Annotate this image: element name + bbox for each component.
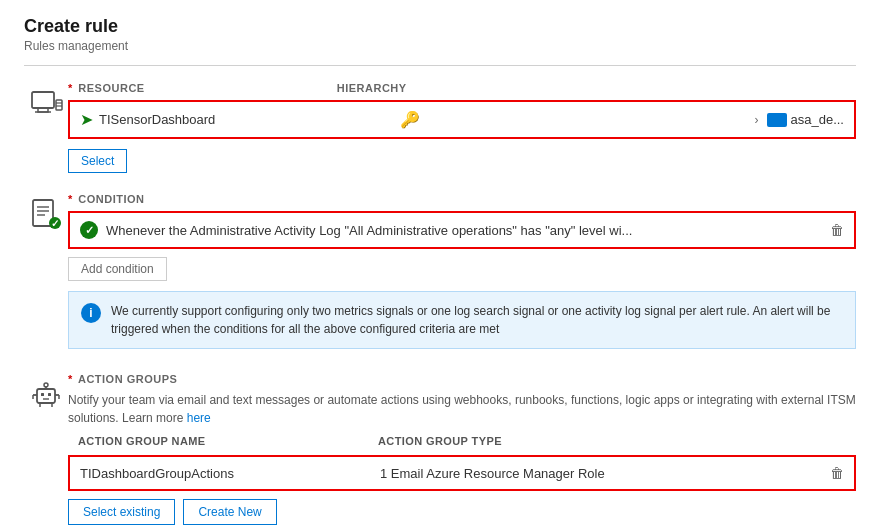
select-existing-button[interactable]: Select existing [68, 499, 175, 525]
action-groups-icon-svg [28, 377, 64, 413]
condition-icon: ✓ [24, 197, 68, 231]
col-name-header: ACTION GROUP NAME [78, 435, 378, 447]
condition-row: Whenever the Administrative Activity Log… [68, 211, 856, 249]
learn-more-link[interactable]: here [187, 411, 211, 425]
key-icon: 🔑 [400, 110, 420, 129]
svg-rect-12 [37, 389, 55, 403]
resource-section: * RESOURCE HIERARCHY ➤ TISensorDashboard [24, 82, 856, 173]
resource-content: * RESOURCE HIERARCHY ➤ TISensorDashboard [68, 82, 856, 173]
required-star: * [68, 82, 73, 94]
create-new-button[interactable]: Create New [183, 499, 276, 525]
svg-rect-13 [41, 393, 44, 396]
page-title: Create rule [24, 16, 856, 37]
select-button[interactable]: Select [68, 149, 127, 173]
condition-label: * CONDITION [68, 193, 856, 205]
action-group-name: TIDashboardGroupActions [80, 466, 380, 481]
button-row: Select existing Create New [68, 499, 856, 525]
divider [24, 65, 856, 66]
resource-icon [24, 86, 68, 122]
action-groups-desc: Notify your team via email and text mess… [68, 391, 856, 427]
resource-green-icon: ➤ [80, 110, 93, 129]
trash-icon-action[interactable]: 🗑 [830, 465, 844, 481]
resource-hierarchy: 🔑 › asa_de... [400, 110, 844, 129]
action-groups-label: * ACTION GROUPS [68, 373, 856, 385]
svg-rect-3 [56, 100, 62, 110]
page-subtitle: Rules management [24, 39, 856, 53]
condition-content: * CONDITION Whenever the Administrative … [68, 193, 856, 353]
resource-row: ➤ TISensorDashboard 🔑 › asa_de... [68, 100, 856, 139]
action-groups-section: * ACTION GROUPS Notify your team via ema… [24, 373, 856, 525]
page-container: Create rule Rules management * RESOURCE [0, 0, 880, 528]
green-check-icon [80, 221, 98, 239]
col-type-header: ACTION GROUP TYPE [378, 435, 846, 447]
resource-label: * RESOURCE HIERARCHY [68, 82, 856, 94]
table-headers: ACTION GROUP NAME ACTION GROUP TYPE [68, 431, 856, 451]
condition-section: ✓ * CONDITION Whenever the Administrativ… [24, 193, 856, 353]
svg-text:✓: ✓ [51, 218, 59, 229]
condition-text: Whenever the Administrative Activity Log… [80, 221, 822, 239]
svg-point-17 [44, 383, 48, 387]
action-group-type: 1 Email Azure Resource Manager Role [380, 466, 822, 481]
info-icon: i [81, 303, 101, 323]
info-box: i We currently support configuring only … [68, 291, 856, 349]
chevron-icon: › [755, 113, 759, 127]
resource-name: ➤ TISensorDashboard [80, 110, 400, 129]
resource-icon-svg [28, 86, 64, 122]
svg-rect-0 [32, 92, 54, 108]
condition-icon-svg: ✓ [29, 197, 63, 231]
action-group-row: TIDashboardGroupActions 1 Email Azure Re… [68, 455, 856, 491]
asa-icon [767, 113, 787, 127]
required-star-cond: * [68, 193, 73, 205]
action-groups-icon [24, 377, 68, 413]
required-star-ag: * [68, 373, 73, 385]
action-groups-content: * ACTION GROUPS Notify your team via ema… [68, 373, 856, 525]
svg-rect-14 [48, 393, 51, 396]
trash-icon-condition[interactable]: 🗑 [830, 222, 844, 238]
add-condition-button[interactable]: Add condition [68, 257, 167, 281]
asa-item: asa_de... [767, 112, 845, 127]
